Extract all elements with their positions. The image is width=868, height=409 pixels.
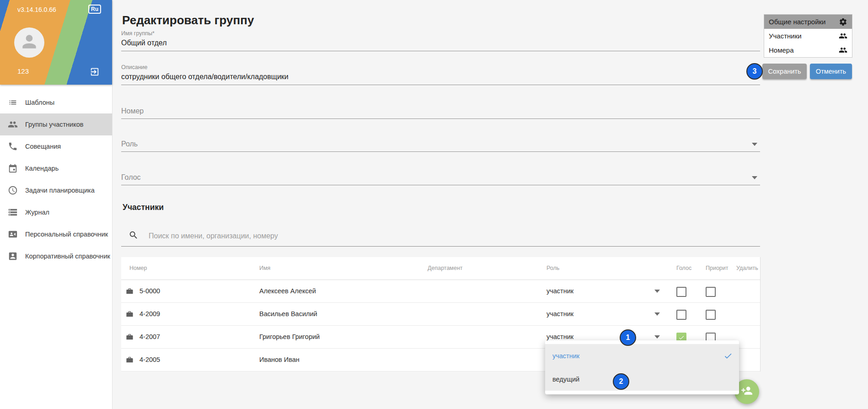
sidebar: v3.14.16.0.66 Ru 123 ШаблоныГруппы участ… xyxy=(0,0,113,409)
briefcase-icon xyxy=(126,310,134,318)
voice-checkbox[interactable] xyxy=(676,287,686,297)
person-add-icon xyxy=(741,385,753,398)
sidebar-item-4[interactable]: Календарь xyxy=(0,157,112,179)
column-header: Имя xyxy=(259,257,270,280)
participant-role-select[interactable]: участник xyxy=(547,280,573,302)
table-row: 5-0000Алексеев Алексейучастник xyxy=(121,280,760,303)
settings-tab-2[interactable]: Участники xyxy=(764,29,852,43)
priority-checkbox[interactable] xyxy=(706,287,716,297)
role-option-label: ведущий xyxy=(552,376,579,383)
language-badge[interactable]: Ru xyxy=(88,5,101,14)
search-icon xyxy=(129,230,139,242)
chevron-down-icon[interactable] xyxy=(654,290,660,293)
role-select[interactable]: Роль xyxy=(121,129,760,152)
group-name-field[interactable]: Имя группы* Общий отдел xyxy=(121,27,760,51)
sidebar-item-1[interactable]: Шаблоны xyxy=(0,91,112,113)
participant-role-select[interactable]: участник xyxy=(547,303,573,325)
sidebar-item-3[interactable]: Совещания xyxy=(0,135,112,157)
settings-tab-1[interactable]: Общие настройки xyxy=(764,15,852,29)
chevron-down-icon[interactable] xyxy=(654,335,660,339)
chevron-down-icon[interactable] xyxy=(752,176,757,179)
role-dropdown-menu: участникведущий xyxy=(545,340,739,394)
step-badge-3: 3 xyxy=(746,63,763,80)
description-value: сотрудники общего отдела/водители/кладов… xyxy=(121,73,289,81)
briefcase-icon xyxy=(126,333,134,341)
description-label: Описание xyxy=(121,64,148,70)
page-title: Редактировать группу xyxy=(122,13,254,27)
column-header: Номер xyxy=(129,257,147,280)
chevron-down-icon[interactable] xyxy=(752,143,757,146)
voice-checkbox[interactable] xyxy=(676,310,686,320)
number-field[interactable]: Номер xyxy=(121,96,760,119)
avatar xyxy=(14,27,44,58)
group-name-value: Общий отдел xyxy=(121,39,166,47)
sidebar-item-5[interactable]: Задачи планировщика xyxy=(0,179,112,201)
search-input[interactable] xyxy=(148,228,698,244)
role-option-label: участник xyxy=(552,352,579,360)
idcard-icon xyxy=(8,251,18,261)
clock-icon xyxy=(8,185,18,195)
voice-select[interactable]: Голос xyxy=(121,162,760,185)
participant-name: Иванов Иван xyxy=(259,349,300,371)
briefcase-icon xyxy=(126,356,134,364)
column-header: Приорит xyxy=(706,257,729,280)
calendar-icon xyxy=(8,163,18,173)
voice-label: Голос xyxy=(121,173,141,182)
description-field[interactable]: Описание сотрудники общего отдела/водите… xyxy=(121,61,760,85)
person-icon xyxy=(19,32,39,54)
sidebar-item-8[interactable]: Корпоративный справочник xyxy=(0,245,112,267)
journal-icon xyxy=(8,207,18,217)
column-header: Департамент xyxy=(428,257,463,280)
role-option-1[interactable]: участник xyxy=(545,344,739,367)
chevron-down-icon[interactable] xyxy=(654,312,660,316)
check-icon xyxy=(723,351,733,361)
number-label: Номер xyxy=(121,107,144,115)
participants-search xyxy=(121,225,760,247)
group-icon xyxy=(839,46,847,54)
exit-icon xyxy=(90,67,100,77)
participant-name: Алексеев Алексей xyxy=(259,280,316,302)
save-button[interactable]: Сохранить xyxy=(762,64,807,79)
table-row: 4-2009Васильев Василийучастник xyxy=(121,303,760,326)
column-header: Голос xyxy=(676,257,691,280)
gear-icon xyxy=(839,17,847,26)
contacts-icon xyxy=(8,229,18,239)
sidebar-item-label: Персональный справочник xyxy=(25,231,108,238)
settings-tab-3[interactable]: Номера xyxy=(764,43,852,57)
participant-number: 5-0000 xyxy=(139,280,160,302)
sidebar-header: v3.14.16.0.66 Ru 123 xyxy=(0,0,112,85)
person-add-icon xyxy=(741,385,753,397)
column-header: Роль xyxy=(547,257,559,280)
phone-icon xyxy=(8,141,18,151)
role-label: Роль xyxy=(121,140,138,148)
sidebar-item-label: Календарь xyxy=(25,165,59,172)
role-option-2[interactable]: ведущий xyxy=(545,367,739,391)
check-icon xyxy=(678,334,685,341)
settings-tab-label: Номера xyxy=(769,46,794,54)
sidebar-item-6[interactable]: Журнал xyxy=(0,201,112,223)
sidebar-item-label: Шаблоны xyxy=(25,99,54,106)
participants-heading: Участники xyxy=(123,203,164,212)
app-window: v3.14.16.0.66 Ru 123 ШаблоныГруппы участ… xyxy=(0,0,868,409)
role-option-list: участникведущий xyxy=(545,344,739,391)
participant-name: Григорьев Григорий xyxy=(259,326,320,348)
person-icon xyxy=(19,32,39,52)
sidebar-item-label: Журнал xyxy=(25,209,49,216)
briefcase-icon xyxy=(126,287,134,295)
group-name-label: Имя группы* xyxy=(121,30,155,37)
cancel-button[interactable]: Отменить xyxy=(810,64,852,79)
group-icon xyxy=(8,119,18,129)
participant-number: 4-2007 xyxy=(139,326,160,348)
step-badge-2: 2 xyxy=(613,373,629,390)
priority-checkbox[interactable] xyxy=(706,310,716,320)
username: 123 xyxy=(17,67,29,75)
table-header: НомерИмяДепартаментРольГолосПриоритУдали… xyxy=(121,257,760,280)
sidebar-item-2[interactable]: Группы участников xyxy=(0,113,112,135)
settings-panel: Общие настройкиУчастникиНомера xyxy=(764,14,852,58)
sidebar-item-7[interactable]: Персональный справочник xyxy=(0,223,112,245)
sidebar-item-label: Совещания xyxy=(25,143,61,150)
participant-name: Васильев Василий xyxy=(259,303,317,325)
sidebar-item-label: Корпоративный справочник xyxy=(25,253,110,260)
logout-icon[interactable] xyxy=(90,67,100,79)
participant-number: 4-2009 xyxy=(139,303,160,325)
